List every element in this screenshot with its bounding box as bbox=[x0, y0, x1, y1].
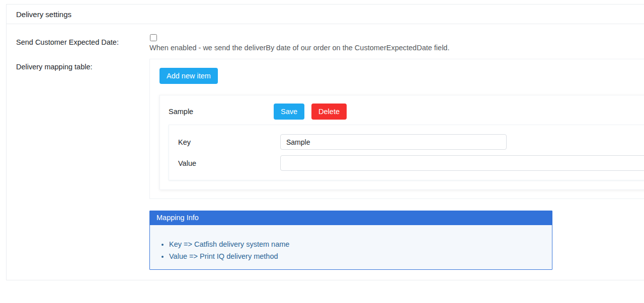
delivery-settings-card: Delivery settings Send Customer Expected… bbox=[6, 4, 644, 280]
mapping-item-header: Sample Save Delete bbox=[169, 104, 644, 120]
mapping-info-title: Mapping Info bbox=[150, 211, 552, 225]
form-row-send-customer-expected-date: Send Customer Expected Date: When enable… bbox=[7, 24, 644, 53]
send-customer-expected-date-checkbox[interactable] bbox=[150, 34, 157, 41]
mapping-table-panel: Add new item Sample Save Delete Key bbox=[149, 59, 644, 199]
mapping-info-item-key: Key => Catfish delivery system name bbox=[169, 238, 544, 250]
delivery-mapping-table-label: Delivery mapping table: bbox=[7, 59, 149, 71]
value-field-row: Value bbox=[178, 155, 644, 171]
mapping-item-fields-panel: Key Value bbox=[169, 125, 644, 180]
add-new-item-button[interactable]: Add new item bbox=[159, 68, 218, 84]
mapping-info-list: Key => Catfish delivery system name Valu… bbox=[169, 238, 544, 262]
mapping-item-card: Sample Save Delete Key Value bbox=[159, 95, 644, 190]
key-input[interactable] bbox=[280, 134, 507, 150]
send-customer-expected-date-label: Send Customer Expected Date: bbox=[7, 34, 149, 46]
key-field-row: Key bbox=[178, 134, 644, 150]
delivery-mapping-table-control: Add new item Sample Save Delete Key bbox=[149, 59, 644, 270]
delete-button[interactable]: Delete bbox=[311, 104, 347, 120]
mapping-info-panel: Mapping Info Key => Catfish delivery sys… bbox=[149, 211, 552, 270]
mapping-info-item-value: Value => Print IQ delivery method bbox=[169, 250, 544, 262]
mapping-item-title: Sample bbox=[169, 108, 274, 116]
key-field-label: Key bbox=[178, 138, 280, 146]
value-input[interactable] bbox=[280, 155, 644, 171]
settings-form: Send Customer Expected Date: When enable… bbox=[7, 24, 644, 280]
send-customer-expected-date-help: When enabled - we send the deliverBy dat… bbox=[149, 43, 644, 53]
mapping-info-body: Key => Catfish delivery system name Valu… bbox=[150, 225, 552, 269]
value-field-label: Value bbox=[178, 159, 280, 167]
page-title: Delivery settings bbox=[7, 5, 644, 24]
send-customer-expected-date-control: When enabled - we send the deliverBy dat… bbox=[149, 34, 644, 53]
form-row-delivery-mapping-table: Delivery mapping table: Add new item Sam… bbox=[7, 59, 644, 270]
save-button[interactable]: Save bbox=[274, 104, 304, 120]
